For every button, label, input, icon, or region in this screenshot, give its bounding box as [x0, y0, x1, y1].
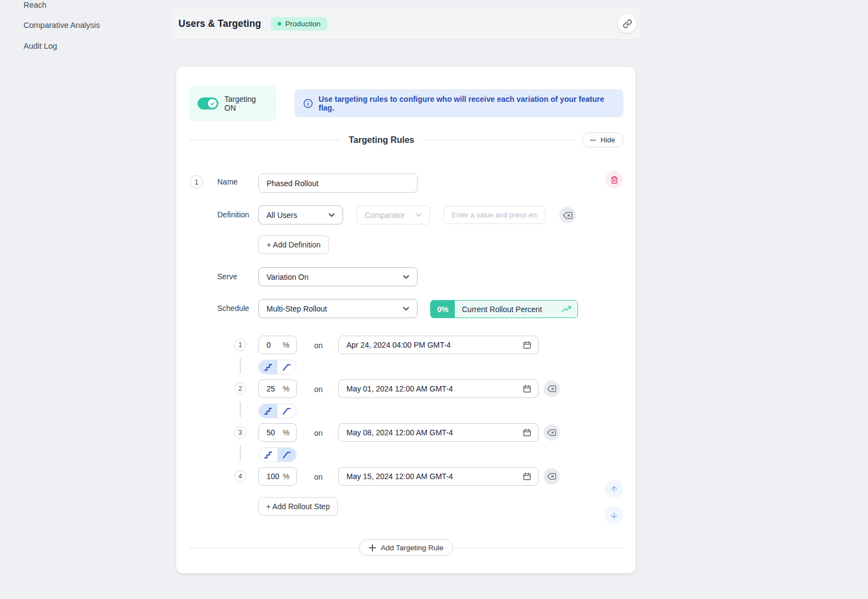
- add-rollout-step-button[interactable]: + Add Rollout Step: [258, 497, 338, 516]
- step-connector-line: [240, 358, 241, 373]
- percent-suffix: %: [283, 341, 290, 349]
- comparator-select-placeholder: Comparator: [364, 211, 405, 220]
- current-rollout-label: Current Rollout Percent: [462, 305, 542, 314]
- definition-label: Definition: [217, 209, 249, 220]
- backspace-icon: [547, 428, 556, 437]
- divider-line: [422, 140, 574, 140]
- step-connector-line: [240, 402, 241, 417]
- step-date-value: May 01, 2024 12:00 AM GMT-4: [346, 384, 453, 393]
- calendar-icon: [523, 428, 531, 437]
- step-date-input[interactable]: May 15, 2024 12:00 AM GMT-4: [338, 467, 539, 486]
- chevron-down-icon: [328, 213, 335, 217]
- on-label: on: [314, 341, 323, 350]
- step-number-badge: 3: [234, 427, 246, 439]
- current-rollout-percent: 0%: [431, 301, 455, 318]
- environment-badge: Production: [271, 17, 327, 31]
- section-title: Targeting Rules: [349, 135, 414, 145]
- divider-line: [453, 548, 623, 548]
- targeting-status-box: Targeting ON: [189, 86, 276, 121]
- step-percent-input[interactable]: 100 %: [258, 467, 297, 486]
- add-targeting-rule-button[interactable]: Add Targeting Rule: [359, 539, 454, 556]
- calendar-icon: [523, 472, 531, 481]
- percent-suffix: %: [283, 472, 290, 481]
- comparator-select[interactable]: Comparator: [356, 205, 430, 224]
- trash-icon: [610, 176, 618, 184]
- app-screen: Reach Comparative Analysis Audit Log Use…: [0, 0, 868, 599]
- step-percent-value: 100: [267, 472, 279, 481]
- add-definition-button[interactable]: + Add Definition: [258, 235, 329, 254]
- plus-icon: [369, 544, 376, 551]
- audience-select[interactable]: All Users: [258, 205, 343, 224]
- targeting-toggle[interactable]: [198, 97, 218, 110]
- step-date-input[interactable]: May 08, 2024 12:00 AM GMT-4: [338, 423, 539, 442]
- remove-step-button[interactable]: [543, 468, 560, 485]
- step-mode-button[interactable]: [259, 404, 277, 418]
- step-number-badge: 4: [234, 470, 246, 482]
- transition-mode-toggle: [258, 447, 297, 462]
- hide-rules-button[interactable]: Hide: [582, 133, 623, 147]
- step-percent-value: 0: [267, 341, 271, 349]
- remove-step-button[interactable]: [543, 381, 560, 397]
- linear-mode-button[interactable]: [277, 404, 296, 418]
- definition-value-input[interactable]: [443, 206, 546, 224]
- delete-rule-button[interactable]: [605, 171, 623, 188]
- schedule-label: Schedule: [217, 303, 249, 314]
- divider-line: [189, 140, 341, 140]
- current-rollout-widget: 0% Current Rollout Percent: [430, 300, 578, 318]
- step-mode-button[interactable]: [259, 448, 277, 462]
- on-label: on: [314, 473, 323, 481]
- step-mode-button[interactable]: [259, 360, 277, 374]
- environment-badge-label: Production: [285, 20, 321, 28]
- copy-link-button[interactable]: [618, 14, 636, 33]
- step-number-badge: 1: [234, 339, 246, 351]
- add-targeting-rule-label: Add Targeting Rule: [381, 544, 444, 552]
- step-date-value: May 08, 2024 12:00 AM GMT-4: [346, 428, 453, 437]
- toggle-knob: [208, 99, 217, 108]
- linear-mode-button[interactable]: [277, 360, 296, 374]
- percent-suffix: %: [283, 428, 290, 437]
- step-percent-value: 25: [267, 384, 275, 393]
- step-number-badge: 2: [234, 383, 246, 395]
- move-rule-up-button[interactable]: [605, 480, 623, 498]
- backspace-icon: [547, 384, 556, 393]
- serve-select[interactable]: Variation On: [258, 267, 418, 286]
- clear-definition-button[interactable]: [559, 207, 576, 223]
- step-percent-input[interactable]: 0 %: [258, 336, 297, 354]
- step-percent-input[interactable]: 50 %: [258, 423, 297, 442]
- serve-label: Serve: [217, 271, 238, 282]
- name-label: Name: [217, 176, 238, 187]
- calendar-icon: [523, 341, 531, 349]
- percent-suffix: %: [283, 384, 290, 393]
- audience-select-value: All Users: [267, 211, 297, 220]
- calendar-icon: [523, 384, 531, 393]
- linear-mode-button[interactable]: [277, 448, 296, 462]
- chevron-down-icon: [403, 307, 409, 311]
- backspace-icon: [547, 472, 556, 481]
- on-label: on: [314, 385, 323, 394]
- step-date-input[interactable]: May 01, 2024 12:00 AM GMT-4: [338, 379, 539, 398]
- transition-mode-toggle: [258, 360, 297, 375]
- step-date-input[interactable]: Apr 24, 2024 04:00 PM GMT-4: [338, 336, 539, 354]
- transition-mode-toggle: [258, 404, 297, 418]
- trending-up-icon: [562, 306, 571, 313]
- step-percent-value: 50: [267, 428, 275, 437]
- environment-dot-icon: [277, 22, 281, 26]
- sidebar-item-reach[interactable]: Reach: [24, 1, 47, 9]
- move-rule-down-button[interactable]: [605, 506, 623, 525]
- info-icon: [303, 99, 313, 108]
- schedule-select[interactable]: Multi-Step Rollout: [258, 299, 418, 318]
- step-percent-input[interactable]: 25 %: [258, 379, 297, 398]
- arrow-up-icon: [610, 485, 618, 493]
- info-banner: Use targeting rules to configure who wil…: [294, 89, 623, 117]
- hide-button-label: Hide: [600, 136, 615, 144]
- chevron-down-icon: [415, 213, 422, 217]
- backspace-icon: [563, 211, 572, 220]
- step-connector-line: [240, 446, 241, 461]
- minus-icon: [590, 140, 596, 141]
- sidebar-item-audit-log[interactable]: Audit Log: [24, 42, 57, 50]
- sidebar-item-comparative-analysis[interactable]: Comparative Analysis: [24, 21, 100, 30]
- serve-select-value: Variation On: [267, 273, 309, 281]
- rule-name-input[interactable]: [258, 174, 418, 193]
- remove-step-button[interactable]: [543, 424, 560, 441]
- targeting-toggle-label: Targeting ON: [224, 95, 268, 112]
